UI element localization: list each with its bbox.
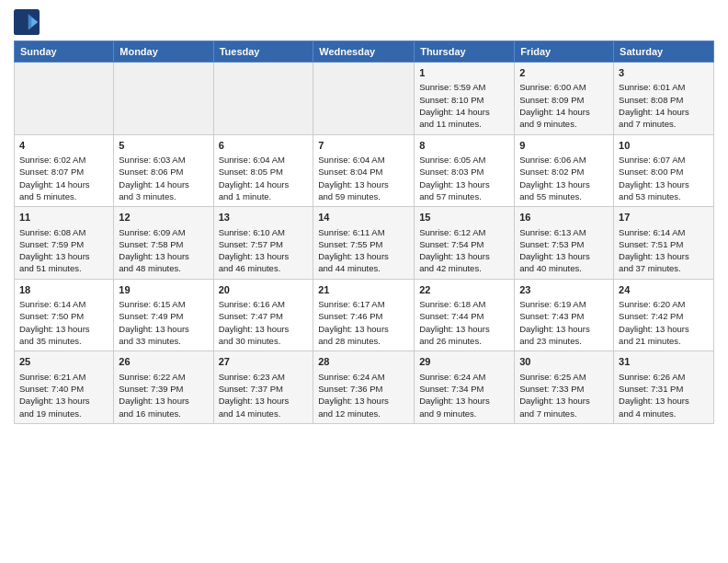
day-info: Sunrise: 6:10 AMSunset: 7:57 PMDaylight:… bbox=[219, 226, 309, 275]
day-info: Sunrise: 6:04 AMSunset: 8:05 PMDaylight:… bbox=[219, 154, 309, 202]
logo-icon bbox=[14, 9, 40, 35]
calendar-cell: 23Sunrise: 6:19 AMSunset: 7:43 PMDayligh… bbox=[515, 279, 614, 351]
header-tuesday: Tuesday bbox=[213, 41, 313, 63]
day-number: 28 bbox=[318, 355, 409, 369]
day-number: 12 bbox=[119, 211, 208, 224]
calendar-cell: 9Sunrise: 6:06 AMSunset: 8:02 PMDaylight… bbox=[515, 134, 614, 207]
day-number: 24 bbox=[619, 283, 709, 297]
calendar-cell: 26Sunrise: 6:22 AMSunset: 7:39 PMDayligh… bbox=[114, 351, 213, 424]
day-number: 19 bbox=[119, 283, 208, 297]
day-info: Sunrise: 6:09 AMSunset: 7:58 PMDaylight:… bbox=[119, 226, 208, 275]
calendar-cell: 3Sunrise: 6:01 AMSunset: 8:08 PMDaylight… bbox=[614, 63, 714, 135]
calendar-cell: 15Sunrise: 6:12 AMSunset: 7:54 PMDayligh… bbox=[415, 207, 515, 280]
day-number: 4 bbox=[19, 139, 108, 153]
calendar-week-3: 11Sunrise: 6:08 AMSunset: 7:59 PMDayligh… bbox=[15, 207, 714, 280]
day-number: 27 bbox=[219, 355, 309, 369]
calendar-header-row: SundayMondayTuesdayWednesdayThursdayFrid… bbox=[15, 41, 714, 63]
day-info: Sunrise: 6:00 AMSunset: 8:09 PMDaylight:… bbox=[519, 81, 609, 130]
calendar-cell: 10Sunrise: 6:07 AMSunset: 8:00 PMDayligh… bbox=[614, 134, 714, 207]
day-info: Sunrise: 6:14 AMSunset: 7:51 PMDaylight:… bbox=[619, 226, 709, 275]
day-number: 1 bbox=[419, 66, 509, 80]
header-sunday: Sunday bbox=[15, 41, 114, 63]
calendar-cell bbox=[114, 63, 213, 135]
calendar-cell: 19Sunrise: 6:15 AMSunset: 7:49 PMDayligh… bbox=[114, 279, 213, 351]
day-number: 17 bbox=[619, 211, 709, 224]
day-number: 7 bbox=[318, 139, 409, 153]
day-number: 5 bbox=[119, 139, 208, 153]
day-info: Sunrise: 6:24 AMSunset: 7:34 PMDaylight:… bbox=[419, 371, 509, 419]
calendar-cell: 1Sunrise: 5:59 AMSunset: 8:10 PMDaylight… bbox=[415, 63, 515, 135]
day-info: Sunrise: 6:16 AMSunset: 7:47 PMDaylight:… bbox=[219, 298, 309, 347]
calendar-cell bbox=[213, 63, 313, 135]
calendar-cell: 6Sunrise: 6:04 AMSunset: 8:05 PMDaylight… bbox=[213, 134, 313, 207]
calendar-week-4: 18Sunrise: 6:14 AMSunset: 7:50 PMDayligh… bbox=[15, 279, 714, 351]
day-info: Sunrise: 6:05 AMSunset: 8:03 PMDaylight:… bbox=[419, 154, 509, 202]
day-info: Sunrise: 6:19 AMSunset: 7:43 PMDaylight:… bbox=[519, 298, 609, 347]
header bbox=[14, 9, 714, 35]
day-info: Sunrise: 6:24 AMSunset: 7:36 PMDaylight:… bbox=[318, 371, 409, 419]
day-number: 15 bbox=[419, 211, 509, 224]
day-number: 16 bbox=[519, 211, 609, 224]
day-number: 10 bbox=[619, 139, 709, 153]
day-number: 8 bbox=[419, 139, 509, 153]
day-info: Sunrise: 6:21 AMSunset: 7:40 PMDaylight:… bbox=[19, 371, 108, 419]
day-number: 2 bbox=[519, 66, 609, 80]
header-monday: Monday bbox=[114, 41, 213, 63]
header-saturday: Saturday bbox=[614, 41, 714, 63]
calendar-cell bbox=[313, 63, 415, 135]
day-info: Sunrise: 6:22 AMSunset: 7:39 PMDaylight:… bbox=[119, 371, 208, 419]
day-number: 25 bbox=[19, 355, 108, 369]
calendar-cell: 4Sunrise: 6:02 AMSunset: 8:07 PMDaylight… bbox=[15, 134, 114, 207]
calendar-cell: 21Sunrise: 6:17 AMSunset: 7:46 PMDayligh… bbox=[313, 279, 415, 351]
day-info: Sunrise: 6:11 AMSunset: 7:55 PMDaylight:… bbox=[318, 226, 409, 275]
day-number: 9 bbox=[519, 139, 609, 153]
day-info: Sunrise: 6:26 AMSunset: 7:31 PMDaylight:… bbox=[619, 371, 709, 419]
day-number: 21 bbox=[318, 283, 409, 297]
calendar-cell: 29Sunrise: 6:24 AMSunset: 7:34 PMDayligh… bbox=[415, 351, 515, 424]
day-number: 18 bbox=[19, 283, 108, 297]
header-thursday: Thursday bbox=[415, 41, 515, 63]
day-info: Sunrise: 6:18 AMSunset: 7:44 PMDaylight:… bbox=[419, 298, 509, 347]
calendar-cell: 17Sunrise: 6:14 AMSunset: 7:51 PMDayligh… bbox=[614, 207, 714, 280]
day-number: 13 bbox=[219, 211, 309, 224]
day-number: 3 bbox=[619, 66, 709, 80]
calendar-cell: 20Sunrise: 6:16 AMSunset: 7:47 PMDayligh… bbox=[213, 279, 313, 351]
day-info: Sunrise: 6:20 AMSunset: 7:42 PMDaylight:… bbox=[619, 298, 709, 347]
day-info: Sunrise: 6:08 AMSunset: 7:59 PMDaylight:… bbox=[19, 226, 108, 275]
calendar-week-2: 4Sunrise: 6:02 AMSunset: 8:07 PMDaylight… bbox=[15, 134, 714, 207]
calendar-cell: 11Sunrise: 6:08 AMSunset: 7:59 PMDayligh… bbox=[15, 207, 114, 280]
calendar-cell: 14Sunrise: 6:11 AMSunset: 7:55 PMDayligh… bbox=[313, 207, 415, 280]
page-container: SundayMondayTuesdayWednesdayThursdayFrid… bbox=[0, 0, 728, 429]
calendar-week-5: 25Sunrise: 6:21 AMSunset: 7:40 PMDayligh… bbox=[15, 351, 714, 424]
day-number: 31 bbox=[619, 355, 709, 369]
day-number: 23 bbox=[519, 283, 609, 297]
day-info: Sunrise: 6:12 AMSunset: 7:54 PMDaylight:… bbox=[419, 226, 509, 275]
day-info: Sunrise: 6:03 AMSunset: 8:06 PMDaylight:… bbox=[119, 154, 208, 202]
day-number: 11 bbox=[19, 211, 108, 224]
calendar-cell: 2Sunrise: 6:00 AMSunset: 8:09 PMDaylight… bbox=[515, 63, 614, 135]
calendar-cell bbox=[15, 63, 114, 135]
header-wednesday: Wednesday bbox=[313, 41, 415, 63]
day-info: Sunrise: 6:25 AMSunset: 7:33 PMDaylight:… bbox=[519, 371, 609, 419]
calendar-cell: 8Sunrise: 6:05 AMSunset: 8:03 PMDaylight… bbox=[415, 134, 515, 207]
calendar-cell: 27Sunrise: 6:23 AMSunset: 7:37 PMDayligh… bbox=[213, 351, 313, 424]
calendar-cell: 18Sunrise: 6:14 AMSunset: 7:50 PMDayligh… bbox=[15, 279, 114, 351]
calendar-table: SundayMondayTuesdayWednesdayThursdayFrid… bbox=[14, 40, 714, 424]
day-info: Sunrise: 6:15 AMSunset: 7:49 PMDaylight:… bbox=[119, 298, 208, 347]
calendar-cell: 31Sunrise: 6:26 AMSunset: 7:31 PMDayligh… bbox=[614, 351, 714, 424]
calendar-week-1: 1Sunrise: 5:59 AMSunset: 8:10 PMDaylight… bbox=[15, 63, 714, 135]
calendar-cell: 28Sunrise: 6:24 AMSunset: 7:36 PMDayligh… bbox=[313, 351, 415, 424]
logo bbox=[14, 9, 43, 35]
calendar-cell: 7Sunrise: 6:04 AMSunset: 8:04 PMDaylight… bbox=[313, 134, 415, 207]
day-info: Sunrise: 6:14 AMSunset: 7:50 PMDaylight:… bbox=[19, 298, 108, 347]
day-number: 30 bbox=[519, 355, 609, 369]
day-number: 6 bbox=[219, 139, 309, 153]
day-number: 29 bbox=[419, 355, 509, 369]
calendar-cell: 30Sunrise: 6:25 AMSunset: 7:33 PMDayligh… bbox=[515, 351, 614, 424]
day-info: Sunrise: 6:07 AMSunset: 8:00 PMDaylight:… bbox=[619, 154, 709, 202]
calendar-cell: 22Sunrise: 6:18 AMSunset: 7:44 PMDayligh… bbox=[415, 279, 515, 351]
day-info: Sunrise: 5:59 AMSunset: 8:10 PMDaylight:… bbox=[419, 81, 509, 130]
calendar-cell: 16Sunrise: 6:13 AMSunset: 7:53 PMDayligh… bbox=[515, 207, 614, 280]
day-info: Sunrise: 6:02 AMSunset: 8:07 PMDaylight:… bbox=[19, 154, 108, 202]
header-friday: Friday bbox=[515, 41, 614, 63]
